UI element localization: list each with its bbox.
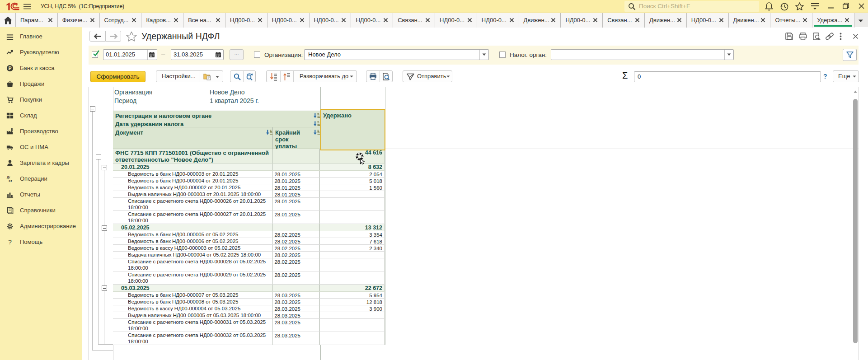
svg-text:Кт: Кт: [9, 179, 12, 182]
svg-text:?: ?: [8, 238, 12, 246]
svg-text:P: P: [8, 65, 11, 71]
